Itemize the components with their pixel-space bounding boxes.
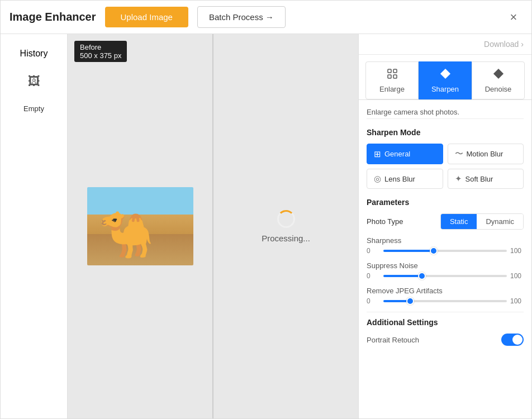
download-label: Download bbox=[484, 40, 519, 49]
sidebar-item-empty: Empty bbox=[1, 99, 67, 118]
history-label: History bbox=[20, 49, 48, 59]
before-panel: Before 500 x 375 px bbox=[68, 34, 213, 418]
sharpen-tab-label: Sharpen bbox=[431, 85, 459, 93]
general-icon: ⊞ bbox=[374, 149, 381, 159]
sharpness-min: 0 bbox=[367, 247, 380, 255]
sharpen-mode-motion-blur[interactable]: 〜 Motion Blur bbox=[448, 144, 524, 164]
suppress-noise-label: Suppress Noise bbox=[367, 261, 524, 270]
mode-tabs: Enlarge Sharpen De bbox=[359, 55, 531, 100]
download-button[interactable]: Download › bbox=[484, 40, 524, 49]
lens-blur-label: Lens Blur bbox=[384, 175, 415, 183]
sharpen-modes-grid: ⊞ General 〜 Motion Blur ◎ Lens Blur ✦ So… bbox=[367, 144, 524, 189]
sharpen-mode-soft-blur[interactable]: ✦ Soft Blur bbox=[448, 169, 524, 189]
panel-content: Enlarge camera shot photos. Sharpen Mode… bbox=[359, 100, 531, 354]
svg-rect-3 bbox=[393, 75, 397, 78]
download-arrow-icon: › bbox=[521, 40, 524, 49]
sharpen-icon bbox=[439, 68, 452, 83]
motion-blur-icon: 〜 bbox=[455, 149, 463, 159]
jpeg-min: 0 bbox=[367, 297, 380, 305]
svg-rect-2 bbox=[388, 75, 391, 78]
photo-type-row: Photo Type Static Dynamic bbox=[367, 213, 524, 230]
suppress-noise-max: 100 bbox=[510, 272, 524, 280]
enlarge-icon bbox=[386, 68, 398, 83]
sharpen-mode-general[interactable]: ⊞ General bbox=[367, 144, 443, 164]
loading-spinner bbox=[277, 210, 295, 228]
upload-button[interactable]: Upload Image bbox=[105, 7, 188, 27]
denoise-icon bbox=[492, 68, 505, 83]
lens-blur-icon: ◎ bbox=[374, 174, 381, 184]
suppress-noise-track: 0 100 bbox=[367, 272, 524, 280]
jpeg-artifacts-slider-row: Remove JPEG Artifacts 0 100 bbox=[367, 287, 524, 305]
enlarge-desc: Enlarge camera shot photos. bbox=[367, 108, 524, 119]
jpeg-artifacts-input[interactable] bbox=[383, 300, 507, 302]
photo-type-toggle: Static Dynamic bbox=[440, 213, 524, 230]
app-title: Image Enhancer bbox=[10, 11, 96, 23]
denoise-tab-label: Denoise bbox=[485, 85, 512, 93]
additional-settings-title: Additional Settings bbox=[367, 312, 524, 327]
sidebar-item-history[interactable]: History bbox=[1, 43, 67, 64]
batch-process-button[interactable]: Batch Process → bbox=[197, 6, 286, 28]
source-image bbox=[87, 187, 193, 265]
sharpness-label: Sharpness bbox=[367, 236, 524, 245]
processing-indicator: Processing... bbox=[262, 210, 310, 243]
svg-rect-0 bbox=[388, 69, 391, 73]
image-icon: 🖼 bbox=[28, 74, 40, 89]
tab-enlarge[interactable]: Enlarge bbox=[365, 61, 419, 99]
enlarge-tab-label: Enlarge bbox=[379, 85, 405, 93]
empty-label: Empty bbox=[23, 104, 44, 113]
motion-blur-label: Motion Blur bbox=[467, 150, 504, 158]
canvas-area: Before 500 x 375 px Processing... bbox=[68, 34, 358, 418]
portrait-retouch-label: Portrait Retouch bbox=[367, 336, 419, 344]
after-panel: Processing... bbox=[213, 34, 358, 418]
before-dimensions: 500 x 375 px bbox=[80, 51, 121, 60]
suppress-noise-slider-row: Suppress Noise 0 100 bbox=[367, 261, 524, 280]
photo-type-dynamic[interactable]: Dynamic bbox=[477, 214, 523, 229]
sharpen-mode-lens-blur[interactable]: ◎ Lens Blur bbox=[367, 169, 443, 189]
portrait-retouch-toggle[interactable] bbox=[501, 334, 524, 346]
sharpen-mode-title: Sharpen Mode bbox=[367, 128, 524, 137]
suppress-noise-min: 0 bbox=[367, 272, 380, 280]
tab-sharpen[interactable]: Sharpen bbox=[419, 61, 472, 99]
sidebar: History 🖼 Empty bbox=[1, 34, 68, 418]
suppress-noise-input[interactable] bbox=[383, 275, 507, 277]
tab-denoise[interactable]: Denoise bbox=[472, 61, 525, 99]
processing-text: Processing... bbox=[262, 234, 310, 243]
before-label: Before 500 x 375 px bbox=[74, 41, 127, 62]
sharpness-slider-row: Sharpness 0 100 bbox=[367, 236, 524, 255]
header: Image Enhancer Upload Image Batch Proces… bbox=[1, 1, 531, 34]
sharpness-max: 100 bbox=[510, 247, 524, 255]
soft-blur-icon: ✦ bbox=[455, 174, 462, 184]
svg-rect-1 bbox=[393, 69, 397, 73]
sharpness-track: 0 100 bbox=[367, 247, 524, 255]
sidebar-item-icon: 🖼 bbox=[1, 69, 67, 94]
close-button[interactable]: × bbox=[505, 8, 522, 26]
portrait-retouch-row: Portrait Retouch bbox=[367, 334, 524, 346]
main-area: History 🖼 Empty Before 500 x 375 px bbox=[1, 34, 531, 418]
sharpness-input[interactable] bbox=[383, 250, 507, 252]
jpeg-max: 100 bbox=[510, 297, 524, 305]
right-panel-header: Download › bbox=[359, 34, 531, 55]
photo-type-static[interactable]: Static bbox=[441, 214, 477, 229]
general-label: General bbox=[384, 150, 410, 158]
parameters-title: Parameters bbox=[367, 198, 524, 207]
photo-type-label: Photo Type bbox=[367, 217, 403, 226]
jpeg-artifacts-label: Remove JPEG Artifacts bbox=[367, 287, 524, 295]
soft-blur-label: Soft Blur bbox=[466, 175, 493, 183]
jpeg-track: 0 100 bbox=[367, 297, 524, 305]
right-panel: Download › Enlarge bbox=[358, 34, 531, 418]
before-text: Before bbox=[80, 43, 101, 51]
